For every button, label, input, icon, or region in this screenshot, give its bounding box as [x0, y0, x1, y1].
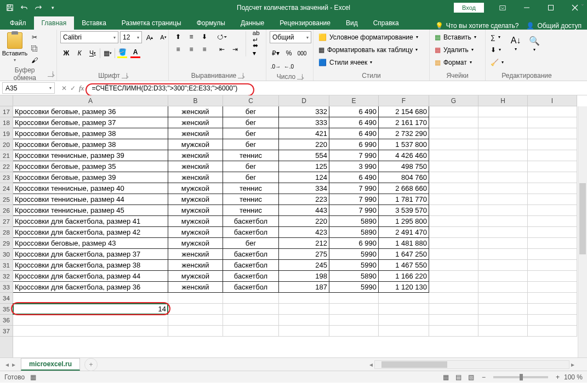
vertical-scrollbar[interactable] [578, 106, 587, 357]
cell[interactable]: 6 490 [329, 172, 379, 183]
clear-button[interactable]: 🧹▾ [489, 56, 505, 68]
zoom-thumb[interactable] [520, 374, 523, 380]
cell[interactable] [478, 293, 528, 304]
cell[interactable] [528, 117, 577, 128]
cell[interactable] [478, 271, 528, 282]
cell[interactable] [528, 106, 577, 117]
number-format-combo[interactable]: Общий▾ [270, 31, 311, 43]
cell[interactable]: 332 [279, 106, 329, 117]
column-header[interactable]: C [223, 95, 279, 106]
cell[interactable] [279, 293, 329, 304]
increase-indent-icon[interactable]: ⇥ [229, 44, 241, 55]
cell[interactable]: 187 [279, 282, 329, 293]
cell[interactable]: Кроссовки беговые, размер 39 [13, 172, 168, 183]
column-header[interactable]: B [168, 95, 223, 106]
cell[interactable]: 334 [279, 183, 329, 194]
cell[interactable]: 498 750 [379, 161, 429, 172]
cell[interactable] [279, 304, 329, 315]
cell[interactable] [329, 293, 379, 304]
cell[interactable]: женский [168, 150, 223, 161]
row-header[interactable]: 24 [0, 183, 13, 194]
autosum-button[interactable]: ∑▾ [489, 31, 505, 43]
tab-view[interactable]: Вид [338, 16, 366, 30]
scrollbar-thumb[interactable] [579, 183, 586, 254]
cells-area[interactable]: Кроссовки беговые, размер 36женскийбег33… [13, 106, 577, 357]
cell[interactable]: Кроссовки беговые, размер 36 [13, 106, 168, 117]
cell[interactable]: 6 490 [329, 117, 379, 128]
format-painter-icon[interactable]: 🖌 [29, 55, 41, 65]
column-header[interactable]: F [379, 95, 429, 106]
align-bottom-icon[interactable]: ⬇ [198, 31, 210, 42]
expand-formula-bar-icon[interactable]: ⌄ [580, 1, 585, 7]
row-header[interactable]: 32 [0, 271, 13, 282]
row-header[interactable]: 17 [0, 106, 13, 117]
cell[interactable]: мужской [168, 271, 223, 282]
cell[interactable] [329, 304, 379, 315]
share-button[interactable]: 👤 Общий доступ [526, 22, 582, 30]
copy-icon[interactable]: ⿻ [29, 44, 41, 54]
cell[interactable]: бег [223, 172, 279, 183]
sort-filter-button[interactable]: A↓▾ [508, 31, 524, 53]
cut-icon[interactable]: ✂ [29, 32, 41, 42]
cell[interactable] [528, 304, 577, 315]
cell[interactable]: 5990 [329, 249, 379, 260]
normal-view-icon[interactable]: ▦ [440, 372, 452, 382]
cell[interactable]: 2 732 290 [379, 128, 429, 139]
cell[interactable]: 14 [13, 304, 168, 315]
cell[interactable]: 2 154 680 [379, 106, 429, 117]
cell[interactable] [528, 150, 577, 161]
cell[interactable] [168, 326, 223, 337]
dialog-launcher-icon[interactable] [122, 73, 127, 78]
prev-sheet-icon[interactable]: ◂ [5, 361, 9, 368]
cell[interactable]: 804 760 [379, 172, 429, 183]
name-box[interactable]: A35▾ [2, 82, 55, 94]
cell[interactable]: женский [168, 106, 223, 117]
qat-customize-icon[interactable]: ▾ [46, 1, 59, 14]
cell[interactable]: бег [223, 139, 279, 150]
column-header[interactable]: G [429, 95, 478, 106]
row-header[interactable]: 25 [0, 194, 13, 205]
macro-record-icon[interactable]: ▦ [30, 373, 36, 381]
cell[interactable] [478, 326, 528, 337]
cell[interactable]: Кроссовки беговые, размер 38 [13, 139, 168, 150]
cell[interactable]: 198 [279, 271, 329, 282]
cell[interactable] [478, 227, 528, 238]
cell[interactable] [478, 304, 528, 315]
row-header[interactable]: 27 [0, 216, 13, 227]
column-header[interactable]: E [329, 95, 379, 106]
cell[interactable] [528, 249, 577, 260]
cell[interactable]: 1 467 550 [379, 260, 429, 271]
cell[interactable]: 5890 [329, 216, 379, 227]
cell[interactable] [478, 216, 528, 227]
cell[interactable]: 212 [279, 238, 329, 249]
cell[interactable]: 6 990 [329, 238, 379, 249]
cell[interactable] [168, 315, 223, 326]
decrease-decimal-icon[interactable]: ←.0 [283, 61, 295, 72]
cell[interactable]: женский [168, 249, 223, 260]
cell[interactable] [429, 216, 478, 227]
cell[interactable]: Кроссовки для баскетбола, размер 37 [13, 249, 168, 260]
column-headers[interactable]: ABCDEFGHI [13, 95, 577, 106]
cell[interactable]: 2 161 170 [379, 117, 429, 128]
cell[interactable] [528, 238, 577, 249]
cell[interactable] [429, 260, 478, 271]
cell[interactable]: 423 [279, 227, 329, 238]
sheet-tab[interactable]: microexcel.ru [21, 358, 80, 371]
cell[interactable] [528, 172, 577, 183]
row-header[interactable]: 20 [0, 139, 13, 150]
row-header[interactable]: 29 [0, 238, 13, 249]
cell[interactable] [478, 161, 528, 172]
font-name-combo[interactable]: Calibri▾ [60, 31, 118, 43]
cell[interactable]: 125 [279, 161, 329, 172]
cell[interactable]: 554 [279, 150, 329, 161]
cell[interactable]: бег [223, 106, 279, 117]
row-header[interactable]: 34 [0, 293, 13, 304]
cell[interactable]: 6 990 [329, 139, 379, 150]
cell[interactable]: Кроссовки беговые, размер 43 [13, 238, 168, 249]
cell[interactable]: женский [168, 172, 223, 183]
cell[interactable] [13, 293, 168, 304]
tab-formulas[interactable]: Формулы [189, 16, 233, 30]
cell[interactable]: 1 481 880 [379, 238, 429, 249]
cell[interactable]: 5890 [329, 227, 379, 238]
cell[interactable]: 7 990 [329, 183, 379, 194]
